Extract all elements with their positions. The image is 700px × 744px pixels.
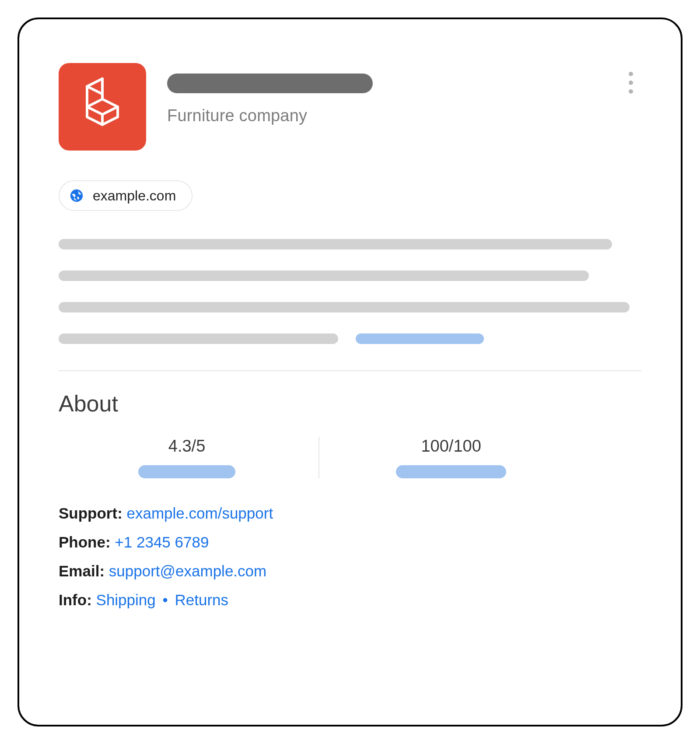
support-line: Support: example.com/support — [59, 505, 641, 522]
score-value: 100/100 — [421, 437, 481, 456]
panel-header: Furniture company — [59, 63, 641, 151]
phone-line: Phone: +1 2345 6789 — [59, 533, 641, 551]
text-placeholder-line — [59, 270, 589, 281]
rating-metric: 4.3/5 — [59, 437, 315, 478]
phone-link[interactable]: +1 2345 6789 — [115, 533, 209, 551]
phone-label: Phone: — [59, 533, 111, 551]
text-placeholder-line — [59, 333, 338, 344]
knowledge-panel-card: Furniture company example.com About 4.3/… — [18, 18, 682, 726]
text-placeholder-line — [59, 239, 612, 249]
rating-value: 4.3/5 — [168, 437, 206, 456]
info-line: Info: Shipping • Returns — [59, 591, 641, 609]
title-column: Furniture company — [167, 63, 641, 125]
business-logo — [59, 63, 146, 151]
contact-block: Support: example.com/support Phone: +1 2… — [59, 505, 641, 609]
separator-dot: • — [160, 591, 171, 608]
score-label-placeholder — [396, 465, 506, 478]
metrics-divider — [318, 437, 319, 478]
globe-icon — [68, 187, 85, 204]
email-line: Email: support@example.com — [59, 562, 641, 580]
business-category: Furniture company — [167, 106, 641, 125]
shipping-link[interactable]: Shipping — [96, 591, 156, 608]
metrics-row: 4.3/5 100/100 — [59, 437, 641, 478]
link-placeholder-line[interactable] — [356, 333, 484, 344]
section-divider — [59, 370, 641, 371]
description-placeholder-block — [59, 239, 641, 344]
website-chip[interactable]: example.com — [59, 180, 192, 211]
chair-logo-icon — [76, 76, 129, 137]
about-heading: About — [59, 390, 641, 417]
text-placeholder-line — [59, 302, 630, 312]
returns-link[interactable]: Returns — [175, 591, 229, 608]
rating-label-placeholder — [138, 465, 235, 478]
support-link[interactable]: example.com/support — [127, 505, 273, 522]
score-metric: 100/100 — [323, 437, 579, 478]
svg-point-0 — [70, 190, 83, 202]
website-chip-text: example.com — [93, 188, 176, 204]
email-label: Email: — [59, 562, 105, 579]
info-label: Info: — [59, 591, 92, 608]
email-link[interactable]: support@example.com — [109, 562, 266, 579]
more-options-button[interactable] — [625, 72, 637, 94]
support-label: Support: — [59, 505, 122, 522]
business-name-placeholder — [167, 74, 373, 93]
